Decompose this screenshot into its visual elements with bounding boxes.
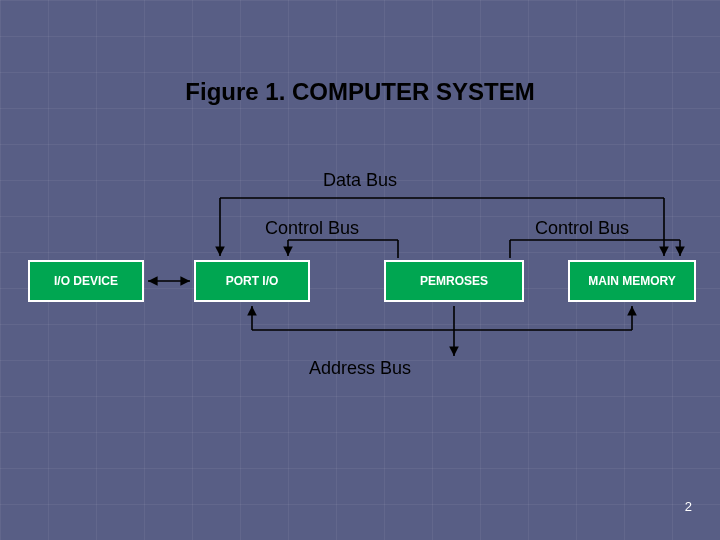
data-bus-label: Data Bus (0, 170, 720, 191)
page-number: 2 (685, 499, 692, 514)
control-bus-right-label: Control Bus (482, 218, 682, 239)
address-bus-label: Address Bus (0, 358, 720, 379)
main-memory-box: MAIN MEMORY (568, 260, 696, 302)
slide: Figure 1. COMPUTER SYSTEM (0, 0, 720, 540)
port-io-box: PORT I/O (194, 260, 310, 302)
pemroses-box: PEMROSES (384, 260, 524, 302)
figure-title: Figure 1. COMPUTER SYSTEM (0, 78, 720, 106)
control-bus-left-label: Control Bus (212, 218, 412, 239)
io-device-box: I/O DEVICE (28, 260, 144, 302)
